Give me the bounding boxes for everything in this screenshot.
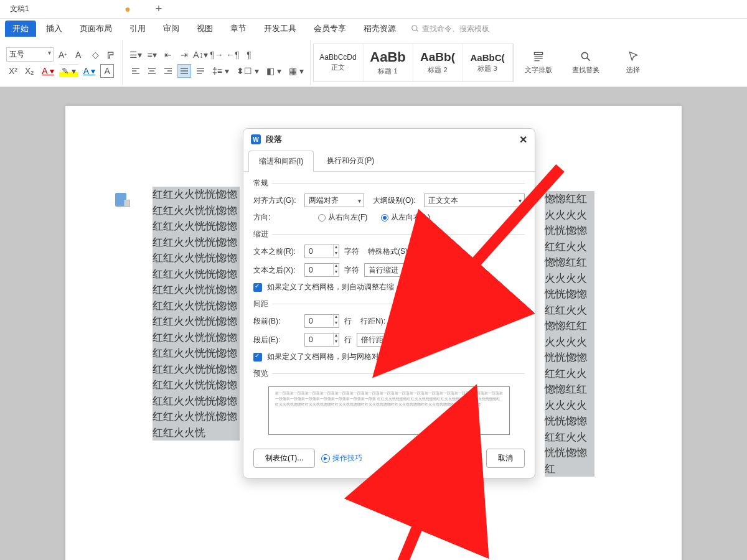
style-normal[interactable]: AaBbCcDd正文 [314,44,364,82]
space-unit2: 行 [344,335,352,345]
preview-box: 前一段落前一段落前一段落前一段落前一段落前一段落前一段落前一段落前一段落前一段落… [268,386,510,435]
show-marks-icon[interactable]: ¶ [242,48,256,62]
document-text-right[interactable]: 惚惚红红火火火火恍恍惚惚红红火火 惚惚红红火火火火恍恍惚惚红红火火 惚惚红红火火… [545,191,594,477]
command-search[interactable]: 查找命令、搜索模板 [411,24,489,34]
shading-icon[interactable]: ◧ ▾ [264,64,284,78]
bullet-list-icon[interactable]: ☰▾ [129,48,143,62]
direction-ltr-radio[interactable]: 从左向右(L) [381,212,430,223]
word-icon: W [251,134,261,144]
setvalue-label: 设置值(A): [409,316,443,327]
dialog-titlebar[interactable]: W 段落 ✕ [243,129,535,150]
increase-indent-icon[interactable]: ⇥ [177,48,191,62]
direction-rtl-radio[interactable]: 从右向左(F) [318,212,367,223]
select-button[interactable]: 选择 [614,43,652,83]
font-size-select[interactable]: 五号 [6,47,54,62]
svg-line-22 [587,58,590,61]
menu-start[interactable]: 开始 [5,21,36,37]
snap-grid-label: 如果定义了文档网格，则与网格对齐(W) [267,352,398,362]
cancel-button[interactable]: 取消 [486,449,525,468]
font-group: 五号 A+ A- ◇ X² X₂ A ▾ ✎ ▾ A ▾ A [2,40,123,85]
ok-button[interactable]: 确定 [441,449,480,468]
decrease-indent-icon[interactable]: ⇤ [161,48,175,62]
ltr-icon[interactable]: ¶→ [210,48,223,62]
space-after-input[interactable]: 0 [304,333,339,347]
section-preview: 预览 前一段落前一段落前一段落前一段落前一段落前一段落前一段落前一段落前一段落前… [253,368,525,435]
setvalue-unit: 倍 [451,335,459,345]
style-heading3[interactable]: AaBbC(标题 3 [463,44,513,82]
find-replace-button[interactable]: 查找替换 [567,43,604,83]
menu-review[interactable]: 审阅 [156,21,187,37]
direction-label: 方向: [253,212,299,223]
menu-chapter[interactable]: 章节 [223,21,254,37]
indent-unit: 字符 [344,246,359,257]
subscript-icon[interactable]: X₂ [22,64,37,78]
format-painter-icon[interactable] [105,48,118,62]
style-heading2[interactable]: AaBb(标题 2 [413,44,463,82]
paragraph-group: ☰▾ ≡▾ ⇤ ⇥ A↕▾ ¶→ ←¶ ¶ ‡≡ ▾ ⬍☐ ▾ ◧ ▾ ▦ ▾ [125,40,311,85]
vert-align-icon[interactable]: ⬍☐ ▾ [234,64,261,78]
document-tab[interactable]: 文稿1 ● [0,0,149,18]
align-distribute-icon[interactable] [194,64,207,78]
dialog-title: 段落 [266,134,282,145]
line-spacing-icon[interactable]: ‡≡ ▾ [210,64,232,78]
align-justify-icon[interactable] [177,64,191,78]
space-before-input[interactable]: 0 [304,314,339,328]
page-marker-icon [115,193,126,207]
search-icon [411,24,420,33]
border-icon[interactable]: ▦ ▾ [286,64,306,78]
tab-line-page-break[interactable]: 换行和分页(P) [316,150,385,171]
clear-format-icon[interactable]: ◇ [88,48,102,62]
number-list-icon[interactable]: ≡▾ [145,48,159,62]
tips-link[interactable]: ▶操作技巧 [321,453,362,464]
align-right-icon[interactable] [161,64,175,78]
align-left-icon[interactable] [129,64,143,78]
increase-font-icon[interactable]: A+ [56,48,70,62]
svg-point-21 [581,52,588,58]
dialog-tabs: 缩进和间距(I) 换行和分页(P) [243,150,535,172]
menu-vip[interactable]: 会员专享 [306,21,354,37]
measure-unit: 字符 [459,265,474,276]
tab-indent-spacing[interactable]: 缩进和间距(I) [248,151,314,172]
special-format-select[interactable]: 首行缩进 [364,263,414,277]
menu-insert[interactable]: 插入 [39,21,70,37]
measure-value-input[interactable]: 2 [419,263,454,277]
search-placeholder: 查找命令、搜索模板 [422,24,489,34]
linespace-select[interactable]: 倍行距 [357,333,406,347]
svg-line-1 [416,30,418,32]
menu-pagelayout[interactable]: 页面布局 [72,21,120,37]
new-tab-button[interactable]: + [149,2,168,16]
align-select[interactable]: 两端对齐 [304,194,364,207]
special-label: 特殊格式(S): [368,246,410,257]
auto-adjust-checkbox[interactable] [253,283,262,292]
style-heading1[interactable]: AaBb标题 1 [364,44,413,82]
rtl-icon[interactable]: ←¶ [226,48,240,62]
decrease-font-icon[interactable]: A- [72,48,86,62]
style-gallery: AaBbCcDd正文 AaBb标题 1 AaBb(标题 2 AaBbC(标题 3 [313,44,514,82]
align-label: 对齐方式(G): [253,195,299,206]
outline-select[interactable]: 正文文本 [424,194,525,207]
indent-before-input[interactable]: 0 [304,245,339,258]
sort-icon[interactable]: A↕▾ [194,48,207,62]
indent-before-label: 文本之前(R): [253,246,299,257]
snap-grid-checkbox[interactable] [253,353,262,362]
setvalue-input[interactable]: 1 [411,333,446,347]
align-center-icon[interactable] [145,64,159,78]
char-border-icon[interactable]: A [100,64,114,78]
close-icon[interactable]: ✕ [519,134,527,146]
text-effect-icon[interactable]: A ▾ [81,64,98,78]
indent-after-input[interactable]: 0 [304,263,339,277]
menu-view[interactable]: 视图 [189,21,220,37]
menu-docer[interactable]: 稻壳资源 [356,21,403,37]
linespace-label: 行距N): [360,316,385,327]
section-general: 常规 对齐方式(G): 两端对齐 大纲级别(O): 正文文本 方向: 从右向左(… [253,178,525,223]
superscript-icon[interactable]: X² [6,64,20,78]
menu-reference[interactable]: 引用 [122,21,153,37]
menu-dev[interactable]: 开发工具 [256,21,304,37]
highlight-icon[interactable]: ✎ ▾ [59,64,78,78]
tabs-button[interactable]: 制表位(T)... [253,449,315,468]
dirty-indicator-icon: ● [125,4,131,15]
font-color-icon[interactable]: A ▾ [39,64,56,78]
document-text-left[interactable]: 红红火火恍恍惚惚红红火火恍恍惚惚红红火火恍恍惚惚红红火火恍恍惚惚红红火火恍恍惚惚… [153,187,240,441]
text-layout-button[interactable]: 文字排版 [520,43,557,83]
auto-adjust-label: 如果定义了文档网格，则自动调整右缩 [267,282,394,292]
